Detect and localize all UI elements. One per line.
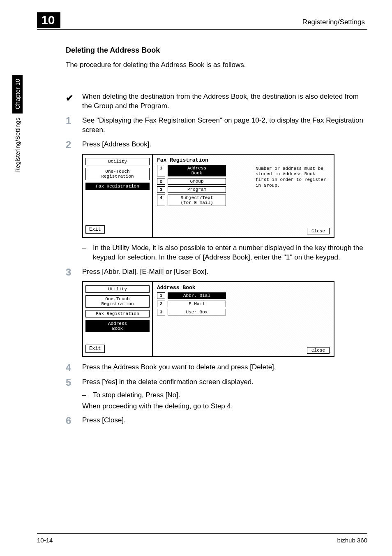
step-number: 3 (66, 267, 82, 277)
device-screenshot-address-book: Utility One-Touch Registration Fax Regis… (82, 281, 334, 357)
footer-page-number: 10-14 (37, 537, 53, 544)
chapter-number-badge: 10 (37, 12, 60, 28)
device-panel-title: Address Book (157, 285, 330, 291)
device-tab-one-touch[interactable]: One-Touch Registration (85, 168, 150, 180)
step-text: Press [Close]. (82, 416, 367, 425)
device-button-address-book[interactable]: Address Book (168, 165, 226, 176)
device-exit-button[interactable]: Exit (85, 345, 105, 353)
device-close-button[interactable]: Close (307, 228, 330, 234)
step-2: 2 Press [Address Book]. (66, 140, 367, 150)
step-text: Press the Address Book you want to delet… (82, 363, 367, 372)
device-left-column: Utility One-Touch Registration Fax Regis… (83, 282, 153, 356)
step-text: See "Displaying the Fax Registration Scr… (82, 116, 367, 135)
dash-icon: – (82, 243, 93, 262)
device-button-user-box[interactable]: User Box (168, 309, 226, 315)
device-exit-button[interactable]: Exit (85, 225, 105, 234)
device-row-num: 2 (157, 301, 165, 307)
step-1: 1 See "Displaying the Fax Registration S… (66, 116, 367, 135)
step-5: 5 Press [Yes] in the delete confirmation… (66, 378, 367, 387)
step-5-subtext: To stop deleting, Press [No]. (93, 391, 367, 400)
step-number: 6 (66, 416, 82, 426)
device-tab-fax-registration[interactable]: Fax Registration (85, 183, 150, 190)
header-section-title: Registering/Settings (302, 18, 367, 28)
step-text: Press [Yes] in the delete confirmation s… (82, 378, 367, 387)
side-tab-chapter: Chapter 10 (12, 75, 23, 114)
device-row-num: 1 (157, 165, 165, 176)
device-right-panel: Address Book 1 Abbr. Dial 2 E-Mail 3 Use… (153, 282, 334, 356)
dash-icon: – (82, 391, 93, 400)
device-tab-address-book[interactable]: Address Book (85, 320, 150, 332)
sub-heading: Deleting the Address Book (66, 46, 367, 55)
device-row-num: 1 (157, 292, 165, 299)
page-header: 10 Registering/Settings (37, 12, 367, 30)
device-button-e-mail[interactable]: E-Mail (168, 301, 226, 307)
device-screenshot-fax-registration: Utility One-Touch Registration Fax Regis… (82, 154, 334, 238)
device-panel-title: Fax Registration (157, 157, 330, 163)
step-3: 3 Press [Abbr. Dial], [E-Mail] or [User … (66, 267, 367, 277)
body-content: Deleting the Address Book The procedure … (37, 30, 367, 426)
step-number: 2 (66, 140, 82, 150)
step-text: Press [Abbr. Dial], [E-Mail] or [User Bo… (82, 267, 367, 277)
intro-text: The procedure for deleting the Address B… (66, 60, 367, 70)
step-text: Press [Address Book]. (82, 140, 367, 149)
device-button-group[interactable]: Group (168, 178, 226, 185)
device-tab-utility[interactable]: Utility (85, 158, 150, 165)
step-5-sublist: – To stop deleting, Press [No]. (82, 391, 367, 400)
device-button-abbr-dial[interactable]: Abbr. Dial (168, 292, 226, 299)
page-footer: 10-14 bizhub 360 (37, 533, 367, 544)
device-row-num: 4 (157, 195, 165, 206)
step-4: 4 Press the Address Book you want to del… (66, 363, 367, 373)
device-row-num: 3 (157, 309, 165, 315)
device-tab-utility[interactable]: Utility (85, 285, 150, 293)
device-button-subject-text[interactable]: Subject/Text (for E-mail) (168, 195, 226, 206)
side-tab-section: Registering/Settings (14, 118, 21, 173)
device-tab-fax-registration[interactable]: Fax Registration (85, 310, 150, 317)
device-left-column: Utility One-Touch Registration Fax Regis… (83, 155, 153, 237)
step-number: 1 (66, 116, 82, 126)
step-5-continuation: When proceeding with the deleting, go to… (82, 402, 367, 411)
device-row-num: 2 (157, 178, 165, 185)
device-right-panel: Fax Registration 1 Address Book 2 Group … (153, 155, 334, 237)
footer-product-name: bizhub 360 (337, 537, 367, 544)
step-2-subtext: In the Utility Mode, it is also possible… (93, 243, 367, 262)
side-tab: Registering/Settings Chapter 10 (12, 75, 23, 173)
device-tab-one-touch[interactable]: One-Touch Registration (85, 295, 150, 308)
step-number: 5 (66, 378, 82, 387)
check-icon (66, 92, 82, 104)
step-2-sublist: – In the Utility Mode, it is also possib… (82, 243, 367, 262)
device-close-button[interactable]: Close (307, 347, 330, 354)
precondition-row: When deleting the destination from the A… (66, 92, 367, 111)
device-row-num: 3 (157, 186, 165, 193)
step-6: 6 Press [Close]. (66, 416, 367, 426)
step-number: 4 (66, 363, 82, 373)
device-help-text: Number or address must be stored in Addr… (256, 166, 330, 189)
precondition-text: When deleting the destination from the A… (82, 92, 367, 111)
device-button-program[interactable]: Program (168, 186, 226, 193)
